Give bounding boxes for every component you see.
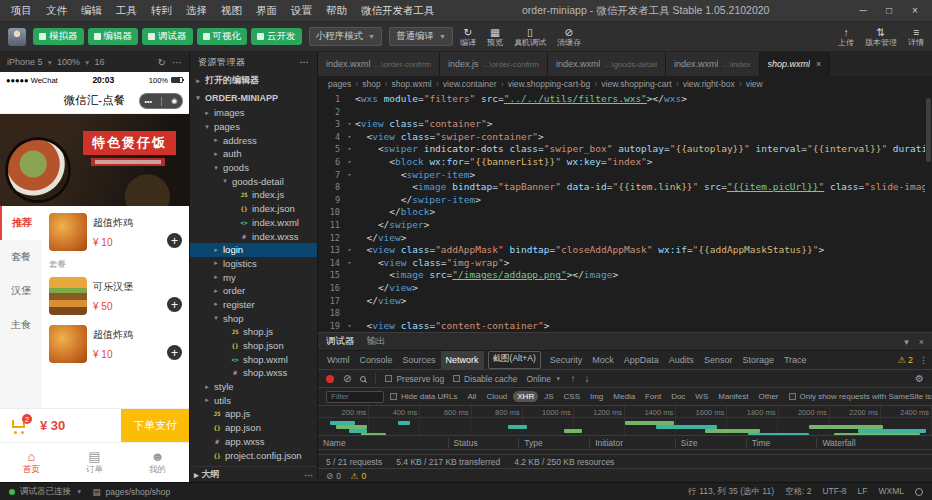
waterfall-bar[interactable] [361, 433, 386, 436]
collapse-panel-icon[interactable]: ▾ [904, 337, 909, 347]
menubar-item[interactable]: 工具 [109, 4, 144, 18]
statusbar-item[interactable]: UTF-8 [822, 486, 846, 498]
debugger-panel-tab[interactable]: 调试器 [326, 335, 355, 348]
menubar-item[interactable]: 文件 [39, 4, 74, 18]
tree-file-shop.wxml[interactable]: <>shop.wxml [190, 352, 317, 366]
devtool-tab-Console[interactable]: Console [355, 351, 398, 369]
open-editors-section[interactable]: ▸ 打开的编辑器 [190, 72, 317, 89]
menubar-item[interactable]: 设置 [284, 4, 319, 18]
breadcrumb-item[interactable]: shop.wxml [392, 79, 432, 89]
close-panel-icon[interactable]: × [919, 337, 924, 347]
breadcrumb-item[interactable]: view.container [443, 79, 497, 89]
avatar[interactable] [8, 28, 26, 46]
cart-icon[interactable]: 2 [10, 417, 32, 434]
waterfall-bar[interactable] [398, 421, 410, 425]
filter-chip-CSS[interactable]: CSS [560, 391, 584, 402]
toolbar-action-preview[interactable]: ▦预览 [487, 26, 503, 47]
clear-icon[interactable]: ⊘ [343, 373, 351, 384]
phone-tab[interactable]: ⌂首页 [0, 443, 63, 482]
rotate-icon[interactable]: ↻ [158, 57, 166, 68]
screenshot-button[interactable]: 截图(Alt+A) [488, 351, 541, 369]
zoom-select[interactable]: 100% [57, 57, 80, 67]
warning-icon[interactable]: ⚠ 2 [897, 355, 913, 365]
panel-toggle-chip[interactable]: 云开发 [251, 28, 302, 45]
mode-select[interactable]: 小程序模式 ▼ [309, 27, 382, 46]
throttling-select[interactable]: Online ▼ [527, 374, 562, 384]
device-select[interactable]: iPhone 5 [7, 57, 43, 67]
filter-chip-Other[interactable]: Other [754, 391, 782, 402]
column-header-Type[interactable]: Type [518, 438, 589, 448]
panel-toggle-chip[interactable]: 调试器 [142, 28, 193, 45]
filter-chip-Cloud[interactable]: Cloud [482, 391, 511, 402]
column-header-Time[interactable]: Time [746, 438, 817, 448]
preserve-log-checkbox[interactable]: Preserve log [385, 374, 444, 384]
tree-file-app.json[interactable]: {}app.json [190, 421, 317, 435]
tree-folder-utils[interactable]: ▸utils [190, 393, 317, 407]
tree-file-shop.wxss[interactable]: #shop.wxss [190, 366, 317, 380]
toolbar-action-compile[interactable]: ↻编译 [460, 26, 476, 47]
toolbar-action-details[interactable]: ≡详情 [908, 26, 924, 47]
breadcrumb-item[interactable]: pages [328, 79, 351, 89]
category-item[interactable]: 推荐 [0, 206, 42, 240]
breadcrumb-item[interactable]: view.shopping-cart-bg [508, 79, 591, 89]
tree-folder-goods-detail[interactable]: ▾goods-detail [190, 174, 317, 188]
outline-section[interactable]: ▸ 大纲 ⋯ [190, 466, 317, 482]
panel-toggle-chip[interactable]: 编辑器 [88, 28, 139, 45]
disable-cache-checkbox[interactable]: Disable cache [453, 374, 517, 384]
devtool-tab-AppData[interactable]: AppData [619, 351, 664, 369]
breadcrumb-item[interactable]: shop [362, 79, 380, 89]
panel-toggle-chip[interactable]: 可视化 [197, 28, 248, 45]
phone-tab[interactable]: ☻我的 [126, 443, 189, 482]
waterfall-bar[interactable] [834, 433, 920, 436]
tree-folder-logistics[interactable]: ▸logistics [190, 257, 317, 271]
filter-chip-Doc[interactable]: Doc [667, 391, 689, 402]
devtool-tab-Mock[interactable]: Mock [587, 351, 619, 369]
filter-chip-Media[interactable]: Media [609, 391, 639, 402]
devtool-tab-Security[interactable]: Security [545, 351, 588, 369]
code-editor[interactable]: 1<wxs module="filters" src="../../utils/… [318, 92, 932, 332]
menubar-item[interactable]: 项目 [4, 4, 39, 18]
more-icon[interactable]: ⋯ [304, 470, 313, 480]
add-to-cart-button[interactable]: + [167, 233, 182, 248]
fold-icon[interactable]: ▾ [344, 118, 355, 131]
phone-tab[interactable]: ▤订单 [63, 443, 126, 482]
fold-icon[interactable]: ▾ [344, 320, 355, 332]
column-header-Name[interactable]: Name [318, 438, 448, 448]
error-count[interactable]: ⊘ 0 [326, 471, 341, 481]
tree-folder-my[interactable]: ▸my [190, 270, 317, 284]
menubar-item[interactable]: 微信开发者工具 [354, 4, 442, 18]
tree-folder-login[interactable]: ▸login [190, 243, 317, 257]
editor-tab-2[interactable]: index.wxml...\goods-detail [548, 52, 666, 76]
toolbar-action-upload[interactable]: ↑上传 [838, 26, 854, 47]
tree-file-shop.json[interactable]: {}shop.json [190, 339, 317, 353]
notifications-icon[interactable] [915, 488, 923, 496]
warning-count[interactable]: ⚠ 0 [351, 471, 366, 481]
waterfall-bar[interactable] [858, 429, 926, 433]
tree-file-shop.js[interactable]: JSshop.js [190, 325, 317, 339]
statusbar-item[interactable]: 行 113, 列 35 (选中 11) [688, 486, 774, 498]
filter-chip-Manifest[interactable]: Manifest [714, 391, 752, 402]
fold-icon[interactable]: ▾ [344, 131, 355, 144]
waterfall-bar[interactable] [748, 433, 809, 436]
fold-icon[interactable]: ▾ [344, 244, 355, 257]
exit-icon[interactable]: ◉ [171, 97, 177, 105]
tree-folder-auth[interactable]: ▸auth [190, 147, 317, 161]
category-item[interactable]: 套餐 [0, 240, 42, 274]
statusbar-item[interactable]: LF [858, 486, 868, 498]
tree-file-index.wxml[interactable]: <>index.wxml [190, 216, 317, 230]
tree-folder-address[interactable]: ▸address [190, 133, 317, 147]
waterfall-bar[interactable] [508, 425, 526, 429]
record-icon[interactable] [326, 375, 334, 383]
filter-chip-All[interactable]: All [463, 391, 480, 402]
checkout-button[interactable]: 下单支付 [121, 409, 189, 442]
add-to-cart-button[interactable]: + [167, 345, 182, 360]
more-icon[interactable]: ••• [145, 98, 152, 105]
tree-file-index.js[interactable]: JSindex.js [190, 188, 317, 202]
toolbar-action-device[interactable]: ▯真机调试 [514, 26, 546, 47]
statusbar-item[interactable]: 空格: 2 [785, 486, 811, 498]
close-icon[interactable]: × [902, 5, 928, 16]
devtool-tab-Sensor[interactable]: Sensor [699, 351, 738, 369]
column-header-Initiator[interactable]: Initiator [589, 438, 675, 448]
editor-tab-4[interactable]: shop.wxml× [760, 52, 831, 76]
menubar-item[interactable]: 编辑 [74, 4, 109, 18]
